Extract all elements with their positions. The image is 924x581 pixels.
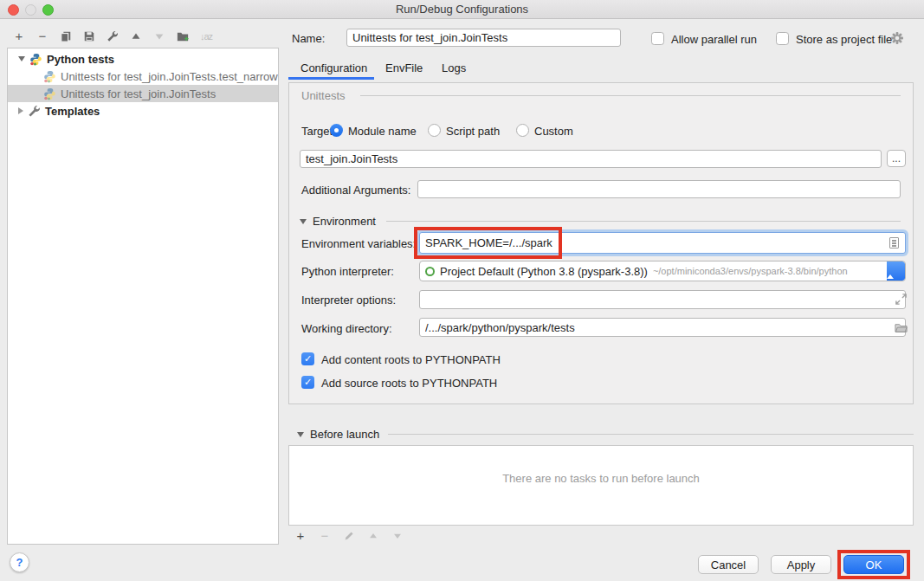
tree-item-label: Python tests: [47, 53, 114, 66]
before-launch-collapse-icon[interactable]: [297, 432, 304, 437]
ok-button[interactable]: OK: [843, 555, 904, 574]
add-task-button[interactable]: +: [294, 529, 307, 543]
interpreter-options-label: Interpreter options:: [301, 294, 396, 307]
working-directory-label: Working directory:: [301, 322, 392, 335]
tree-item-unittests-test-narrow[interactable]: Unittests for test_join.JoinTests.test_n…: [8, 68, 278, 85]
name-label: Name:: [292, 32, 325, 45]
allow-parallel-run-label: Allow parallel run: [671, 33, 757, 46]
tree-item-python-tests[interactable]: Python tests: [8, 50, 278, 68]
configurations-tree: Python tests Unittests for test_join.Joi…: [7, 48, 279, 545]
edit-templates-wrench-icon[interactable]: [106, 29, 120, 43]
expand-arrow-icon[interactable]: [18, 107, 23, 114]
environment-collapse-icon[interactable]: [300, 219, 307, 224]
add-source-roots-checkbox[interactable]: ✓: [301, 376, 314, 389]
radio-script-path-label: Script path: [446, 125, 500, 138]
interpreter-options-input[interactable]: [419, 290, 906, 309]
radio-module-name[interactable]: [330, 124, 343, 137]
add-source-roots-label: Add source roots to PYTHONPATH: [321, 377, 497, 390]
browse-module-button[interactable]: ...: [887, 150, 906, 167]
tab-logs[interactable]: Logs: [442, 61, 466, 79]
separator: [386, 221, 901, 222]
working-directory-input[interactable]: [419, 318, 906, 337]
store-as-project-file-label: Store as project file: [796, 33, 892, 46]
interpreter-value: Project Default (Python 3.8 (pyspark-3.8…: [440, 265, 648, 278]
radio-custom-label: Custom: [534, 125, 573, 138]
sort-configurations-icon: ↓az: [199, 29, 213, 43]
target-module-input[interactable]: [300, 150, 882, 168]
name-input[interactable]: [346, 29, 621, 47]
empty-task-list-text: There are no tasks to run before launch: [289, 472, 913, 485]
copy-configuration-icon[interactable]: [59, 29, 73, 43]
move-up-icon[interactable]: [129, 29, 143, 43]
new-folder-icon[interactable]: [176, 29, 190, 43]
unittests-group-label: Unittests: [301, 89, 346, 102]
expand-field-icon[interactable]: [895, 293, 908, 306]
tree-item-templates[interactable]: Templates: [8, 102, 278, 119]
templates-wrench-icon: [28, 105, 41, 118]
add-content-roots-label: Add content roots to PYTHONPATH: [321, 353, 501, 366]
edit-environment-variables-icon[interactable]: [889, 237, 899, 249]
save-configuration-icon[interactable]: [82, 29, 96, 43]
radio-custom[interactable]: [516, 124, 529, 137]
python-test-icon: [43, 87, 56, 100]
tab-envfile[interactable]: EnvFile: [385, 61, 423, 79]
add-content-roots-checkbox[interactable]: ✓: [301, 352, 314, 365]
edit-task-pencil-icon: [342, 529, 356, 543]
environment-variables-label: Environment variables:: [301, 237, 416, 250]
interpreter-env-icon: [425, 267, 435, 276]
radio-script-path[interactable]: [428, 124, 441, 137]
additional-arguments-label: Additional Arguments:: [301, 184, 410, 197]
tree-item-label: Unittests for test_join.JoinTests: [61, 87, 216, 100]
environment-variables-input[interactable]: [419, 232, 906, 254]
radio-module-name-label: Module name: [348, 125, 417, 138]
task-toolbar: + −: [294, 529, 404, 543]
window-title: Run/Debug Configurations: [0, 3, 924, 16]
separator: [388, 434, 914, 435]
apply-button[interactable]: Apply: [771, 555, 831, 574]
store-as-project-file-checkbox[interactable]: [776, 32, 789, 45]
active-tab-underline: [288, 77, 374, 80]
help-button[interactable]: ?: [10, 552, 29, 572]
add-configuration-button[interactable]: +: [12, 29, 26, 43]
python-interpreter-select[interactable]: Project Default (Python 3.8 (pyspark-3.8…: [419, 261, 906, 281]
tab-configuration[interactable]: Configuration: [300, 61, 367, 79]
python-interpreter-label: Python interpreter:: [301, 265, 394, 278]
tree-item-unittests-jointests-selected[interactable]: Unittests for test_join.JoinTests: [8, 85, 278, 102]
collapse-arrow-icon[interactable]: [18, 56, 25, 61]
run-debug-configurations-dialog: Run/Debug Configurations + − ↓az: [0, 0, 924, 581]
remove-configuration-button[interactable]: −: [36, 29, 49, 43]
allow-parallel-run-checkbox[interactable]: [651, 32, 664, 45]
cancel-button[interactable]: Cancel: [698, 555, 759, 574]
combo-stepper-icon[interactable]: [887, 261, 905, 281]
configurations-toolbar: + − ↓az: [12, 29, 213, 44]
interpreter-path: ~/opt/miniconda3/envs/pyspark-3.8/bin/py…: [653, 266, 848, 276]
titlebar: Run/Debug Configurations: [0, 0, 924, 19]
separator: [360, 95, 901, 96]
before-launch-task-list: There are no tasks to run before launch: [288, 445, 914, 526]
move-down-icon: [152, 29, 166, 43]
gear-icon[interactable]: [890, 31, 904, 45]
folder-icon[interactable]: [895, 321, 908, 334]
additional-arguments-input[interactable]: [417, 180, 901, 198]
task-move-up-icon: [366, 529, 380, 543]
environment-header: Environment: [313, 215, 376, 228]
python-tests-icon: [29, 53, 42, 66]
before-launch-header: Before launch: [310, 428, 379, 441]
configuration-form: Unittests Target: Module name Script pat…: [288, 82, 914, 404]
tree-item-label: Unittests for test_join.JoinTests.test_n…: [61, 70, 278, 83]
tree-item-label: Templates: [45, 105, 100, 118]
python-test-icon: [43, 70, 56, 83]
remove-task-button: −: [318, 529, 332, 543]
task-move-down-icon: [391, 529, 404, 543]
